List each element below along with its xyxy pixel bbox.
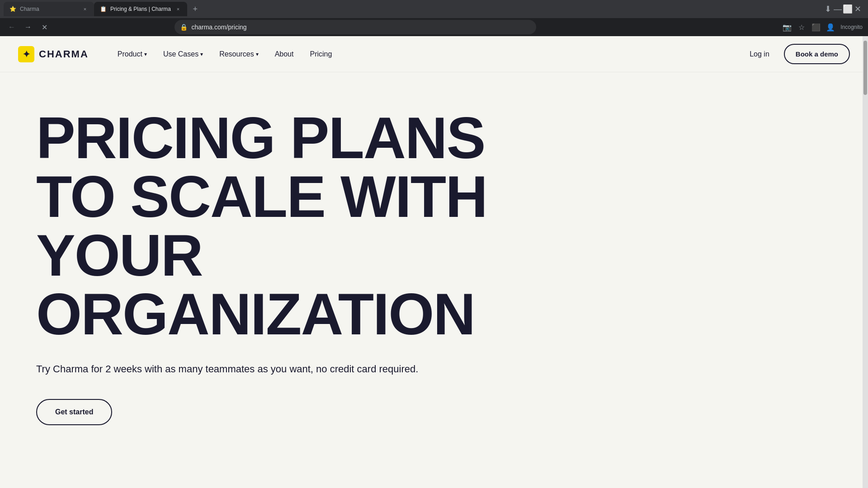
minimize-button[interactable]: — <box>835 6 841 12</box>
hero-section: PRICING PLANS TO SCALE WITH YOUR ORGANIZ… <box>0 72 868 452</box>
navbar: ✦ CHARMA Product ▾ Use Cases ▾ Resources… <box>0 36 868 72</box>
toolbar-right: 📷 ☆ ⬛ 👤 Incognito <box>781 21 863 33</box>
forward-button[interactable]: → <box>22 21 34 33</box>
nav-pricing-label: Pricing <box>310 50 332 58</box>
incognito-label: Incognito <box>840 24 863 30</box>
scrollbar-thumb[interactable] <box>863 41 867 95</box>
nav-links: Product ▾ Use Cases ▾ Resources ▾ About … <box>110 47 742 62</box>
nav-right: Log in Book a demo <box>742 44 850 64</box>
nav-resources-label: Resources <box>219 50 254 58</box>
back-button[interactable]: ← <box>5 21 18 33</box>
window-controls: ⬇ — ⬜ ✕ <box>825 6 864 12</box>
logo-icon: ✦ <box>18 46 34 62</box>
nav-about-label: About <box>275 50 294 58</box>
profile-icon[interactable]: 👤 <box>824 21 837 33</box>
hero-title: PRICING PLANS TO SCALE WITH YOUR ORGANIZ… <box>36 108 533 343</box>
tab1-close-button[interactable]: × <box>81 5 89 13</box>
login-link[interactable]: Log in <box>742 47 777 62</box>
scrollbar[interactable] <box>863 36 868 488</box>
resources-chevron-icon: ▾ <box>256 51 259 57</box>
tab2-label: Pricing & Plans | Charma <box>110 6 171 12</box>
lock-icon: 🔒 <box>180 23 188 31</box>
nav-item-product[interactable]: Product ▾ <box>110 47 154 62</box>
hero-subtitle: Try Charma for 2 weeks with as many team… <box>36 361 443 376</box>
close-button[interactable]: ✕ <box>854 6 861 12</box>
tab-charma[interactable]: ⭐ Charma × <box>4 2 94 16</box>
reload-button[interactable]: ✕ <box>38 21 51 33</box>
nav-item-about[interactable]: About <box>268 47 301 62</box>
tab2-favicon: 📋 <box>99 5 107 13</box>
nav-product-label: Product <box>118 50 142 58</box>
browser-toolbar: ← → ✕ 🔒 charma.com/pricing 📷 ☆ ⬛ 👤 Incog… <box>0 18 868 36</box>
product-chevron-icon: ▾ <box>144 51 147 57</box>
tab2-close-button[interactable]: × <box>175 5 182 13</box>
use-cases-chevron-icon: ▾ <box>200 51 203 57</box>
website-content: ✦ CHARMA Product ▾ Use Cases ▾ Resources… <box>0 36 868 452</box>
tab1-label: Charma <box>20 6 78 12</box>
bookmark-icon[interactable]: ☆ <box>795 21 808 33</box>
new-tab-button[interactable]: + <box>189 3 202 15</box>
nav-item-resources[interactable]: Resources ▾ <box>212 47 265 62</box>
show-tabs-icon[interactable]: ⬇ <box>825 6 831 12</box>
nav-use-cases-label: Use Cases <box>163 50 198 58</box>
book-demo-button[interactable]: Book a demo <box>784 44 850 64</box>
nav-item-pricing[interactable]: Pricing <box>302 47 339 62</box>
tab1-favicon: ⭐ <box>9 5 16 13</box>
browser-titlebar: ⭐ Charma × 📋 Pricing & Plans | Charma × … <box>0 0 868 18</box>
cta-button[interactable]: Get started <box>36 399 112 425</box>
camera-off-icon[interactable]: 📷 <box>781 21 793 33</box>
browser-chrome: ⭐ Charma × 📋 Pricing & Plans | Charma × … <box>0 0 868 36</box>
logo-text: CHARMA <box>39 48 89 60</box>
address-bar[interactable]: 🔒 charma.com/pricing <box>175 20 536 34</box>
logo-link[interactable]: ✦ CHARMA <box>18 46 89 62</box>
url-text: charma.com/pricing <box>191 23 531 31</box>
maximize-button[interactable]: ⬜ <box>844 6 851 12</box>
tab-pricing-plans[interactable]: 📋 Pricing & Plans | Charma × <box>94 2 187 16</box>
nav-item-use-cases[interactable]: Use Cases ▾ <box>156 47 210 62</box>
sidebar-toggle-icon[interactable]: ⬛ <box>810 21 822 33</box>
